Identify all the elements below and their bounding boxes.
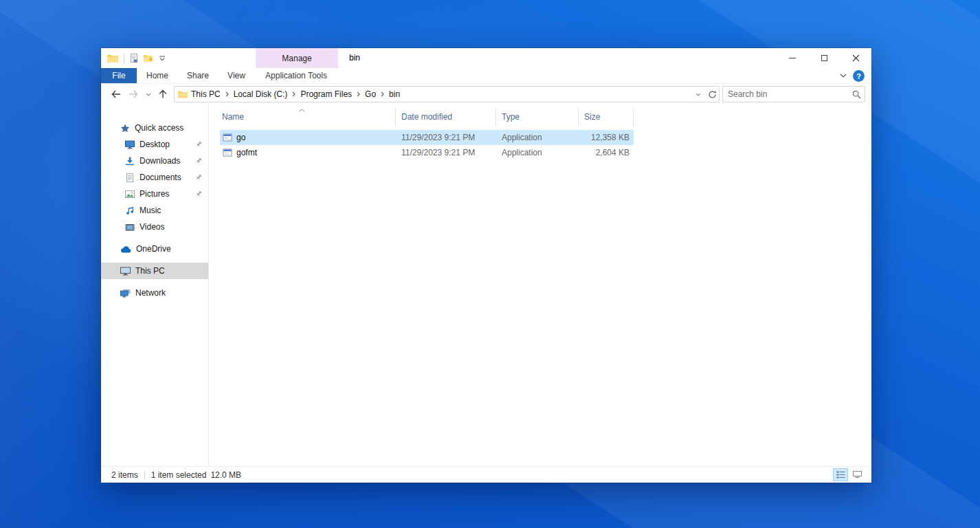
file-name-cell: go [220, 130, 396, 145]
breadcrumb-local-disk[interactable]: Local Disk (C:) [230, 89, 291, 99]
search-button[interactable] [848, 90, 865, 99]
file-name: gofmt [236, 148, 257, 157]
folder-icon [107, 54, 118, 63]
file-row-go[interactable]: go 11/29/2023 9:21 PM Application 12,358… [220, 130, 634, 145]
forward-button[interactable] [125, 86, 142, 102]
sidebar-item-label: Videos [140, 222, 164, 232]
sidebar-item-videos[interactable]: Videos [101, 219, 208, 235]
chevron-down-icon [695, 93, 701, 96]
breadcrumb-chevron-icon[interactable] [379, 91, 386, 97]
status-divider [144, 470, 145, 480]
help-button[interactable]: ? [853, 70, 865, 82]
sidebar-item-desktop[interactable]: Desktop [101, 136, 208, 153]
maximize-button[interactable] [808, 48, 840, 68]
recent-locations-button[interactable] [143, 86, 153, 102]
new-folder-icon[interactable] [144, 54, 153, 63]
pin-icon [195, 190, 202, 197]
close-button[interactable] [840, 48, 871, 68]
selection-info: 1 item selected [151, 470, 207, 480]
breadcrumb-program-files[interactable]: Program Files [297, 89, 355, 99]
file-row-gofmt[interactable]: gofmt 11/29/2023 9:21 PM Application 2,6… [220, 145, 634, 160]
selection-size: 12.0 MB [210, 470, 241, 480]
breadcrumb-bin[interactable]: bin [386, 89, 403, 99]
search-icon [852, 90, 861, 99]
close-icon [852, 54, 860, 62]
back-button[interactable] [107, 86, 124, 102]
application-icon [223, 133, 232, 142]
tab-share[interactable]: Share [178, 68, 218, 83]
sidebar-item-pictures[interactable]: Pictures [101, 186, 208, 202]
file-name: go [236, 133, 245, 142]
large-icons-view-icon [853, 471, 862, 478]
refresh-icon [708, 90, 717, 99]
refresh-button[interactable] [705, 87, 719, 102]
file-rows: go 11/29/2023 9:21 PM Application 12,358… [209, 130, 871, 160]
status-bar: 2 items 1 item selected 12.0 MB [101, 466, 871, 483]
column-header-size[interactable]: Size [579, 107, 634, 126]
back-arrow-icon [111, 90, 121, 98]
customize-toolbar-chevron-icon[interactable] [159, 56, 166, 61]
sidebar-item-this-pc[interactable]: This PC [101, 263, 208, 279]
column-header-date-modified[interactable]: Date modified [396, 107, 496, 126]
up-button[interactable] [154, 86, 171, 102]
sidebar-item-label: OneDrive [136, 244, 171, 254]
breadcrumb-go[interactable]: Go [361, 89, 379, 99]
toolbar-divider [124, 54, 124, 63]
star-icon [120, 124, 130, 133]
details-view-icon [836, 471, 845, 478]
breadcrumb-chevron-icon[interactable] [355, 91, 361, 97]
address-bar[interactable]: This PC Local Disk (C:) Program Files Go… [174, 86, 720, 102]
address-bar-controls [691, 87, 719, 102]
pictures-icon [125, 190, 135, 199]
properties-icon[interactable] [130, 54, 138, 63]
tab-application-tools[interactable]: Application Tools [255, 68, 337, 83]
breadcrumb-chevron-icon[interactable] [224, 91, 230, 97]
sidebar-item-quick-access[interactable]: Quick access [101, 120, 208, 136]
pin-icon [195, 174, 202, 181]
forward-arrow-icon [129, 90, 139, 98]
large-icons-view-button[interactable] [849, 468, 865, 481]
sidebar-item-network[interactable]: Network [101, 285, 208, 301]
search-input[interactable] [723, 89, 848, 99]
contextual-tab-manage[interactable]: Manage [256, 48, 338, 68]
minimize-button[interactable] [777, 48, 808, 68]
window-title: bin [349, 48, 360, 68]
title-bar[interactable]: Manage bin [101, 48, 871, 68]
this-pc-icon [120, 267, 131, 276]
tab-home[interactable]: Home [137, 68, 178, 83]
tab-file[interactable]: File [101, 68, 137, 83]
sidebar-item-music[interactable]: Music [101, 202, 208, 219]
music-icon [125, 206, 135, 215]
chevron-down-icon [840, 74, 847, 78]
file-type: Application [496, 145, 579, 160]
sidebar-item-label: Network [135, 288, 166, 298]
file-size: 2,604 KB [579, 145, 634, 160]
file-date-modified: 11/29/2023 9:21 PM [396, 130, 496, 145]
up-arrow-icon [159, 89, 167, 99]
file-type: Application [496, 130, 579, 145]
desktop-background: Manage bin File Home Share V [0, 0, 980, 528]
details-view-button[interactable] [833, 468, 848, 481]
application-icon [223, 148, 232, 157]
sidebar-item-label: Quick access [135, 123, 183, 133]
desktop-icon [125, 140, 135, 149]
sidebar-gap [101, 257, 208, 263]
sidebar-item-label: Desktop [140, 140, 170, 149]
network-icon [120, 289, 131, 298]
column-header-type[interactable]: Type [496, 107, 579, 126]
breadcrumb-this-pc[interactable]: This PC [188, 89, 224, 99]
maximize-icon [821, 55, 827, 61]
item-count: 2 items [111, 470, 138, 480]
pin-icon [195, 141, 202, 148]
file-name-cell: gofmt [220, 145, 396, 160]
breadcrumb-chevron-icon[interactable] [291, 91, 297, 97]
tab-view[interactable]: View [218, 68, 255, 83]
address-dropdown-button[interactable] [691, 87, 705, 102]
column-headers: Name Date modified Type Size [209, 107, 871, 126]
ribbon-tabs: File Home Share View Application Tools ? [101, 68, 871, 84]
sidebar-item-documents[interactable]: Documents [101, 169, 208, 186]
sidebar-item-onedrive[interactable]: OneDrive [101, 241, 208, 257]
navigation-pane: Quick access Desktop [101, 104, 208, 466]
sidebar-item-downloads[interactable]: Downloads [101, 153, 208, 169]
expand-ribbon-button[interactable] [840, 68, 847, 83]
